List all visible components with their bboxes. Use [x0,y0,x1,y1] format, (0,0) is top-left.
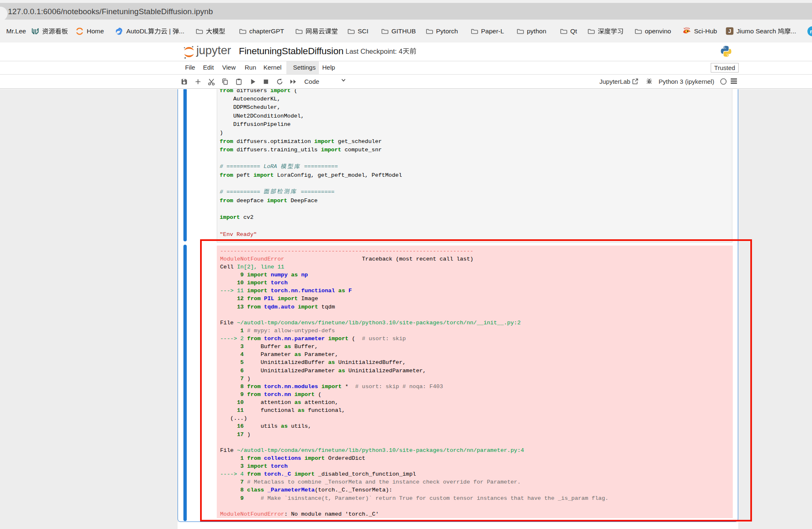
svg-text:J: J [728,28,731,34]
svg-text:m: m [810,28,812,35]
